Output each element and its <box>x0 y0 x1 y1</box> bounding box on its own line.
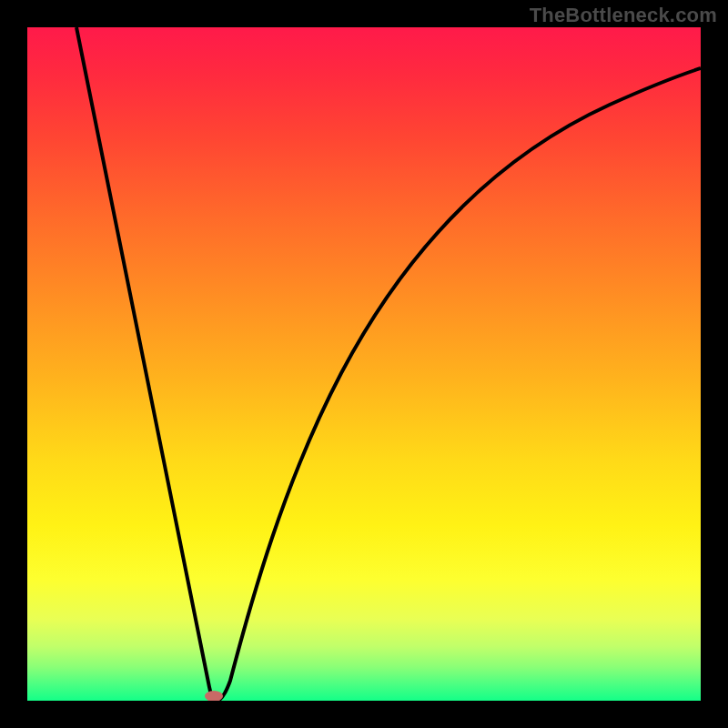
bottleneck-curve <box>27 27 701 701</box>
plot-area <box>27 27 701 701</box>
optimum-marker <box>205 691 223 701</box>
watermark-text: TheBottleneck.com <box>530 4 717 27</box>
chart-frame: TheBottleneck.com <box>0 0 728 728</box>
curve-path <box>76 27 701 701</box>
